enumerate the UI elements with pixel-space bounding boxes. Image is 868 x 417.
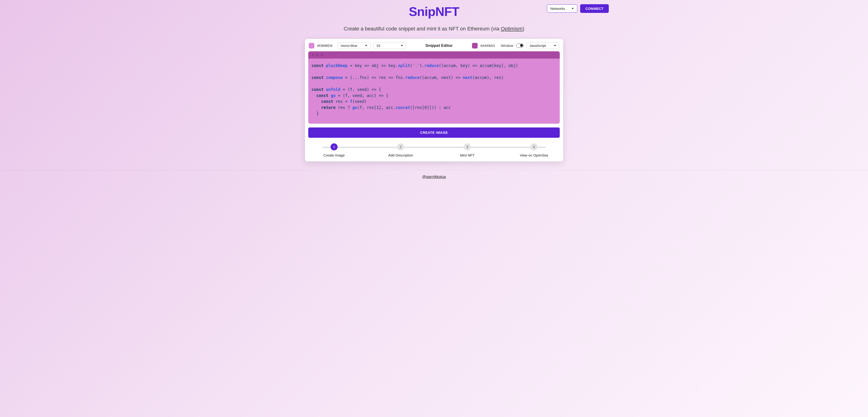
connect-button[interactable]: CONNECT bbox=[580, 4, 609, 13]
window-dot-icon bbox=[320, 54, 323, 56]
editor-toolbar: #DB88D6 mono-blue 19 Snippet Editor #A94… bbox=[308, 42, 560, 51]
step-4[interactable]: 4View on OpenSea bbox=[513, 143, 555, 157]
networks-dropdown-label: Networks bbox=[550, 6, 565, 10]
theme-select[interactable]: mono-blue bbox=[338, 42, 370, 49]
code-editor[interactable]: const pluckDeep = key => obj => key.spli… bbox=[308, 59, 560, 124]
window-toggle-label: Window bbox=[501, 43, 513, 47]
editor-title: Snippet Editor bbox=[409, 43, 469, 48]
step-label: Create Image bbox=[323, 153, 345, 157]
optimism-link[interactable]: Optimism bbox=[501, 26, 523, 32]
window-bar bbox=[308, 51, 560, 59]
app-logo: SnipNFT bbox=[409, 4, 459, 19]
step-circle: 1 bbox=[331, 143, 338, 150]
color2-hex: #A948A3 bbox=[480, 43, 498, 47]
theme-select-value: mono-blue bbox=[341, 43, 357, 47]
fontsize-select-value: 19 bbox=[376, 43, 380, 47]
step-circle: 3 bbox=[464, 143, 471, 150]
footer: @garrrikkotua bbox=[0, 170, 868, 184]
header: SnipNFT Networks CONNECT bbox=[250, 0, 618, 19]
step-circle: 2 bbox=[397, 143, 404, 150]
color2-swatch[interactable] bbox=[472, 43, 477, 48]
step-1[interactable]: 1Create Image bbox=[313, 143, 355, 157]
window-dot-icon bbox=[316, 54, 318, 56]
tagline: Create a beautiful code snippet and mint… bbox=[0, 26, 868, 32]
fontsize-select[interactable]: 19 bbox=[373, 42, 406, 49]
step-label: View on OpenSea bbox=[520, 153, 548, 157]
editor-card: #DB88D6 mono-blue 19 Snippet Editor #A94… bbox=[305, 39, 563, 162]
language-select-value: JavaScript bbox=[529, 43, 546, 47]
language-select[interactable]: JavaScript bbox=[526, 42, 559, 49]
create-image-button[interactable]: CREATE IMAGE bbox=[308, 128, 560, 138]
snippet-frame: const pluckDeep = key => obj => key.spli… bbox=[308, 51, 560, 124]
step-label: Add Description bbox=[388, 153, 413, 157]
stepper: 1Create Image2Add Description3Mint NFT4V… bbox=[308, 143, 560, 157]
step-label: Mint NFT bbox=[460, 153, 474, 157]
header-controls: Networks CONNECT bbox=[547, 4, 609, 13]
step-circle: 4 bbox=[530, 143, 537, 150]
step-2[interactable]: 2Add Description bbox=[379, 143, 422, 157]
step-3[interactable]: 3Mint NFT bbox=[446, 143, 489, 157]
tagline-prefix: Create a beautiful code snippet and mint… bbox=[344, 26, 501, 32]
tagline-suffix: ) bbox=[523, 26, 524, 32]
networks-dropdown[interactable]: Networks bbox=[547, 4, 577, 13]
window-toggle[interactable] bbox=[516, 43, 524, 48]
author-link[interactable]: @garrrikkotua bbox=[422, 175, 446, 179]
window-dot-icon bbox=[312, 54, 314, 56]
color1-swatch[interactable] bbox=[309, 43, 314, 48]
color1-hex: #DB88D6 bbox=[317, 43, 335, 47]
